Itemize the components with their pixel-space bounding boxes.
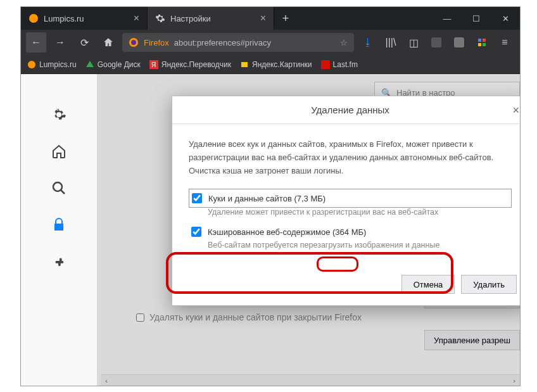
bookmark-label: Яндекс.Картинки — [252, 60, 312, 69]
svg-rect-4 — [454, 37, 464, 47]
window-controls: — ☐ ✕ — [433, 7, 520, 30]
general-icon[interactable] — [50, 106, 68, 123]
yandex-images-icon — [240, 60, 249, 69]
dialog-body: Удаление всех кук и данных сайтов, храни… — [172, 124, 520, 267]
prefs-sidebar — [21, 74, 97, 386]
svg-rect-7 — [478, 43, 481, 46]
svg-point-2 — [131, 40, 136, 45]
home-button[interactable] — [98, 32, 118, 53]
lumpics-icon — [27, 60, 36, 69]
svg-marker-10 — [86, 61, 94, 67]
cookies-checkbox[interactable] — [192, 193, 202, 203]
option-cache: Кэшированное веб-содержимое (364 МБ) Веб… — [189, 223, 512, 250]
option-cookies: Куки и данные сайтов (7,3 МБ) Удаление м… — [189, 189, 512, 217]
lumpics-icon — [28, 13, 39, 23]
content-area: 🔍 Найти в настро быть отслежи Удалить Уп… — [21, 74, 520, 386]
cancel-button[interactable]: Отмена — [401, 275, 455, 294]
bookmark-lastfm[interactable]: Last.fm — [321, 60, 358, 69]
cache-desc: Веб-сайтам потребуется перезагрузить изо… — [208, 241, 512, 250]
library-icon[interactable]: |||\ — [381, 32, 401, 53]
bookmark-label: Яндекс.Переводчик — [161, 60, 231, 69]
svg-rect-8 — [483, 43, 486, 46]
tab-lumpics[interactable]: Lumpics.ru × — [21, 7, 148, 30]
sidebar-toggle-icon[interactable]: ◫ — [403, 32, 424, 53]
yandex-icon: Я — [149, 60, 158, 69]
new-tab-button[interactable]: + — [274, 7, 297, 30]
close-icon[interactable]: × — [134, 13, 139, 24]
svg-rect-6 — [483, 39, 486, 42]
highlight-inner — [317, 256, 358, 272]
browser-window: Lumpics.ru × Настройки × + — ☐ ✕ ← → ⟳ F… — [20, 6, 521, 386]
menu-icon[interactable]: ≡ — [495, 32, 515, 53]
tab-label: Lumpics.ru — [44, 14, 129, 23]
bookmark-label: Last.fm — [333, 60, 358, 69]
clear-data-dialog: Удаление данных × Удаление всех кук и да… — [172, 96, 520, 306]
forward-button[interactable]: → — [50, 32, 70, 53]
bookmark-yandex-translate[interactable]: ЯЯндекс.Переводчик — [149, 60, 231, 69]
bookmarks-bar: Lumpics.ru Google Диск ЯЯндекс.Переводчи… — [21, 55, 520, 74]
svg-rect-3 — [431, 37, 441, 47]
nav-bar: ← → ⟳ Firefox about:preferences#privacy … — [21, 30, 520, 55]
maximize-button[interactable]: ☐ — [462, 14, 491, 23]
dialog-footer: Отмена Удалить — [172, 267, 520, 305]
close-icon[interactable]: × — [512, 104, 519, 117]
svg-point-0 — [29, 14, 38, 23]
firefox-label: Firefox — [144, 38, 169, 47]
svg-rect-15 — [321, 60, 330, 69]
bookmark-lumpics[interactable]: Lumpics.ru — [27, 60, 77, 69]
extension-icon[interactable] — [472, 32, 492, 53]
cache-checkbox[interactable] — [191, 227, 201, 237]
cache-label: Кэшированное веб-содержимое (364 МБ) — [208, 227, 366, 237]
bookmark-star-icon[interactable]: ☆ — [340, 38, 348, 47]
reload-button[interactable]: ⟳ — [74, 32, 94, 53]
url-text: about:preferences#privacy — [174, 38, 271, 47]
dialog-description: Удаление всех кук и данных сайтов, храни… — [189, 138, 512, 177]
minimize-button[interactable]: — — [433, 14, 462, 23]
downloads-icon[interactable]: ⭳ — [358, 32, 378, 53]
close-icon[interactable]: × — [260, 13, 266, 24]
svg-rect-14 — [241, 62, 248, 67]
bookmark-label: Google Диск — [98, 60, 141, 69]
tab-label: Настройки — [170, 14, 255, 23]
bookmark-label: Lumpics.ru — [39, 60, 77, 69]
svg-text:Я: Я — [151, 61, 156, 68]
svg-point-9 — [28, 61, 35, 68]
dialog-header: Удаление данных × — [172, 96, 520, 124]
ublock-icon[interactable] — [426, 32, 446, 53]
home-icon[interactable] — [50, 142, 68, 160]
tab-settings[interactable]: Настройки × — [148, 7, 274, 30]
back-button[interactable]: ← — [26, 32, 46, 53]
bookmark-gdrive[interactable]: Google Диск — [85, 60, 141, 69]
url-bar[interactable]: Firefox about:preferences#privacy ☆ — [122, 33, 354, 52]
extensions-icon[interactable] — [50, 253, 68, 270]
gdrive-icon — [85, 60, 94, 69]
close-button[interactable]: ✕ — [491, 14, 520, 23]
cookies-label: Куки и данные сайтов (7,3 МБ) — [208, 194, 325, 203]
search-icon[interactable] — [50, 179, 68, 197]
confirm-delete-button[interactable]: Удалить — [461, 275, 517, 294]
lastfm-icon[interactable] — [449, 32, 469, 53]
firefox-icon — [129, 37, 139, 47]
svg-line-17 — [61, 190, 65, 194]
tab-bar: Lumpics.ru × Настройки × + — ☐ ✕ — [21, 7, 520, 30]
svg-point-16 — [53, 182, 62, 191]
cookies-desc: Удаление может привести к разрегистрации… — [208, 208, 512, 217]
bookmark-yandex-images[interactable]: Яндекс.Картинки — [240, 60, 312, 69]
dialog-title: Удаление данных — [311, 104, 389, 115]
svg-rect-5 — [478, 39, 481, 42]
privacy-icon[interactable] — [50, 216, 68, 234]
gear-icon — [155, 13, 165, 23]
main-pane: 🔍 Найти в настро быть отслежи Удалить Уп… — [97, 74, 520, 386]
lastfm-icon — [321, 60, 330, 69]
